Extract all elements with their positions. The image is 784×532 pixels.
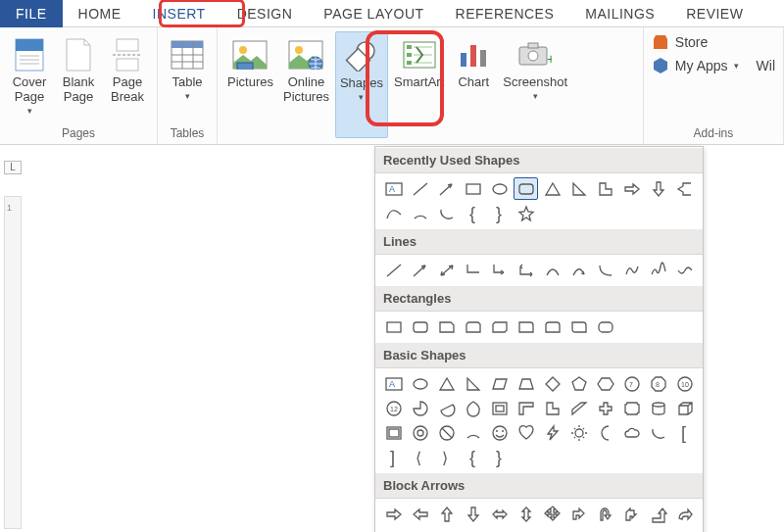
shape-left[interactable] xyxy=(408,503,432,525)
shape-right-brace[interactable]: } xyxy=(487,202,512,224)
shape-arc2[interactable] xyxy=(434,202,459,224)
shape-pentagon[interactable] xyxy=(566,372,591,395)
shape-brace[interactable]: ⟨ xyxy=(408,446,432,468)
shape-text-box[interactable]: A xyxy=(381,372,406,395)
shape-quad[interactable] xyxy=(540,503,564,525)
shape-round-diag[interactable] xyxy=(566,315,591,338)
screenshot-button[interactable]: + Screenshot ▾ xyxy=(499,31,571,138)
shape-rounded-rectangle[interactable] xyxy=(514,177,538,200)
page-break-button[interactable]: Page Break xyxy=(104,31,151,124)
pictures-button[interactable]: Pictures xyxy=(223,31,277,138)
shape-can[interactable] xyxy=(646,397,670,419)
shape-right-arrow[interactable] xyxy=(619,177,644,200)
shape-plus[interactable] xyxy=(593,397,617,419)
shape-decagon[interactable]: 10 xyxy=(672,372,697,395)
shape-no-symbol[interactable] xyxy=(434,421,459,444)
shape-pie[interactable] xyxy=(408,397,432,419)
shape-cloud[interactable] xyxy=(619,421,644,444)
shape-smiley[interactable] xyxy=(487,421,512,444)
chart-button[interactable]: Chart xyxy=(450,31,497,138)
shape-bracket2[interactable]: ] xyxy=(381,446,406,468)
shape-brace2[interactable]: ⟩ xyxy=(434,446,459,468)
tab-file[interactable]: FILE xyxy=(0,0,63,27)
tab-design[interactable]: DESIGN xyxy=(221,0,309,27)
shape-half-frame[interactable] xyxy=(514,397,538,419)
tab-insert[interactable]: INSERT xyxy=(137,0,221,27)
ruler-corner[interactable]: L xyxy=(4,161,22,174)
shape-round-single[interactable] xyxy=(514,315,538,338)
shape-donut[interactable] xyxy=(408,421,432,444)
shape-bracket[interactable]: [ xyxy=(672,421,697,444)
blank-page-button[interactable]: Blank Page xyxy=(55,31,102,124)
shape-curve-conn[interactable] xyxy=(593,259,617,281)
shape-left-brace[interactable]: { xyxy=(461,446,485,468)
shape-diagonal-stripe[interactable] xyxy=(566,397,591,419)
tab-references[interactable]: REFERENCES xyxy=(440,0,570,27)
shape-heart[interactable] xyxy=(514,421,538,444)
shape-line[interactable] xyxy=(408,177,432,200)
tab-mailings[interactable]: MAILINGS xyxy=(569,0,670,27)
shape-rect[interactable] xyxy=(381,315,406,338)
shape-bent-up[interactable] xyxy=(646,503,670,525)
shape-moon[interactable] xyxy=(593,421,617,444)
store-button[interactable]: Store xyxy=(652,33,775,51)
shape-curved[interactable] xyxy=(540,259,564,281)
shape-arc[interactable] xyxy=(461,421,485,444)
shape-snip-same[interactable] xyxy=(461,315,485,338)
shape-round-all[interactable] xyxy=(593,315,617,338)
shape-double-arrow[interactable] xyxy=(434,259,459,281)
shape-left-brace-arrow[interactable] xyxy=(672,177,697,200)
shape-u-turn[interactable] xyxy=(593,503,617,525)
online-pictures-button[interactable]: Online Pictures xyxy=(279,31,333,138)
shape-curve[interactable] xyxy=(381,202,406,224)
shape-triangle[interactable] xyxy=(434,372,459,395)
shape-round-rect[interactable] xyxy=(408,315,432,338)
shape-text-box[interactable]: A xyxy=(381,177,406,200)
shape-parallelogram[interactable] xyxy=(487,372,512,395)
shape-scribble2[interactable] xyxy=(672,259,697,281)
shape-line-arrow[interactable] xyxy=(408,259,432,281)
shape-left-up[interactable] xyxy=(619,503,644,525)
shape-teardrop[interactable] xyxy=(461,397,485,419)
shape-right-triangle[interactable] xyxy=(566,177,591,200)
shape-freeform[interactable] xyxy=(619,259,644,281)
shape-right[interactable] xyxy=(381,503,406,525)
tab-review[interactable]: REVIEW xyxy=(670,0,759,27)
shape-round-same[interactable] xyxy=(540,315,564,338)
shape-line[interactable] xyxy=(381,259,406,281)
shape-snip-diag[interactable] xyxy=(487,315,512,338)
shape-diamond[interactable] xyxy=(540,372,564,395)
shape-curved-right[interactable] xyxy=(672,503,697,525)
shape-elbow-double[interactable] xyxy=(514,259,538,281)
shape-arc2[interactable] xyxy=(646,421,670,444)
shape-scribble[interactable] xyxy=(646,259,670,281)
shape-curved-arrow[interactable] xyxy=(566,259,591,281)
shape-left-brace[interactable]: { xyxy=(461,202,485,224)
shape-lightning[interactable] xyxy=(540,421,564,444)
shape-l-shape[interactable] xyxy=(593,177,617,200)
shape-right-triangle[interactable] xyxy=(461,372,485,395)
shape-right-brace[interactable]: } xyxy=(487,446,512,468)
cover-page-button[interactable]: Cover Page ▾ xyxy=(6,31,53,124)
shape-left-right[interactable] xyxy=(487,503,512,525)
shape-sun[interactable] xyxy=(566,421,591,444)
shape-star[interactable] xyxy=(514,202,538,224)
shape-oval[interactable] xyxy=(487,177,512,200)
shape-chord[interactable] xyxy=(434,397,459,419)
shape-l-shape[interactable] xyxy=(540,397,564,419)
shape-down[interactable] xyxy=(461,503,485,525)
shape-heptagon[interactable]: 7 xyxy=(619,372,644,395)
shape-arc[interactable] xyxy=(408,202,432,224)
shape-line-arrow[interactable] xyxy=(434,177,459,200)
shape-elbow-arrow[interactable] xyxy=(487,259,512,281)
shape-striped[interactable] xyxy=(381,527,406,532)
shape-dodecagon[interactable]: 12 xyxy=(381,397,406,419)
shape-snip-single[interactable] xyxy=(434,315,459,338)
shape-cube[interactable] xyxy=(672,397,697,419)
shape-plaque[interactable] xyxy=(619,397,644,419)
shape-up[interactable] xyxy=(434,503,459,525)
smartart-button[interactable]: SmartArt xyxy=(390,31,448,138)
shape-up-down[interactable] xyxy=(514,503,538,525)
shape-down-arrow[interactable] xyxy=(646,177,670,200)
tab-home[interactable]: HOME xyxy=(63,0,137,27)
